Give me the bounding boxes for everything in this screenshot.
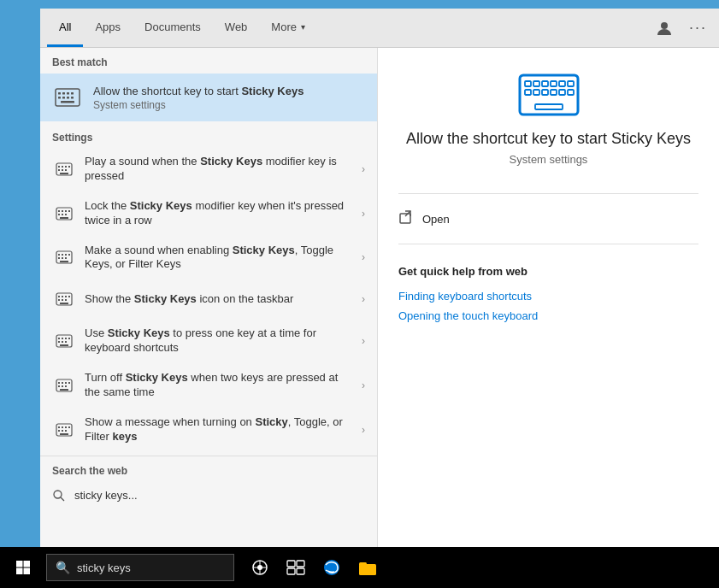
user-icon-button[interactable] [651, 17, 677, 39]
virtual-desktop-icon [286, 560, 305, 575]
task-view-button[interactable] [245, 547, 275, 588]
svg-rect-80 [551, 81, 557, 86]
svg-rect-69 [68, 426, 70, 428]
svg-rect-82 [568, 81, 574, 86]
tab-all[interactable]: All [47, 9, 83, 47]
right-panel-icon [398, 74, 698, 116]
settings-item-icon-6 [52, 418, 76, 442]
svg-rect-21 [58, 210, 60, 212]
svg-line-75 [61, 497, 64, 501]
svg-rect-72 [65, 430, 67, 432]
quick-help-label: Get quick help from web [398, 265, 698, 278]
quick-link-0[interactable]: Finding keyboard shortcuts [398, 286, 698, 306]
svg-rect-78 [533, 81, 539, 86]
taskbar-search-text: sticky keys [77, 562, 131, 574]
svg-rect-90 [400, 214, 410, 223]
svg-rect-95 [24, 568, 31, 575]
keyboard-settings-icon-4 [56, 334, 73, 348]
settings-item-text-6: Show a message when turning on Sticky, T… [85, 415, 353, 444]
taskbar-search-icon: 🔍 [56, 561, 70, 574]
svg-rect-9 [71, 97, 74, 99]
svg-rect-43 [58, 299, 60, 301]
chevron-right-icon-0: › [362, 163, 365, 175]
svg-rect-33 [68, 254, 70, 256]
best-match-item[interactable]: Allow the shortcut key to start Sticky K… [40, 74, 377, 121]
settings-item-0[interactable]: Play a sound when the Sticky Keys modifi… [40, 147, 377, 191]
file-explorer-button[interactable] [352, 547, 383, 588]
svg-rect-34 [58, 257, 60, 259]
keyboard-settings-icon [56, 162, 73, 176]
chevron-right-icon-2: › [362, 251, 365, 263]
right-panel: Allow the shortcut key to start Sticky K… [378, 48, 719, 579]
open-window-icon [398, 209, 414, 228]
ellipsis-icon: ··· [689, 19, 707, 37]
svg-rect-45 [65, 299, 67, 301]
svg-rect-42 [68, 296, 70, 297]
open-button[interactable]: Open [398, 201, 698, 237]
svg-rect-44 [62, 299, 63, 301]
web-search-item[interactable]: sticky keys... [40, 482, 377, 509]
svg-rect-77 [525, 81, 531, 86]
svg-rect-19 [60, 173, 68, 174]
chevron-right-icon-5: › [362, 379, 365, 391]
taskbar-search-box[interactable]: 🔍 sticky keys [46, 554, 234, 581]
svg-rect-41 [65, 296, 67, 297]
quick-link-1[interactable]: Opening the touch keyboard [398, 306, 698, 326]
svg-rect-54 [65, 341, 67, 343]
svg-rect-12 [58, 166, 60, 168]
keyboard-settings-icon-3 [56, 292, 73, 306]
svg-rect-66 [58, 426, 60, 428]
svg-rect-35 [62, 257, 63, 259]
settings-item-icon-1 [52, 202, 76, 226]
tab-documents[interactable]: Documents [133, 9, 213, 47]
svg-rect-15 [68, 166, 70, 168]
svg-rect-16 [58, 169, 60, 171]
divider-2 [398, 244, 698, 244]
svg-rect-67 [62, 426, 63, 428]
task-view-icon [250, 560, 269, 575]
settings-item-text-3: Show the Sticky Keys icon on the taskbar [85, 292, 353, 307]
svg-rect-63 [65, 385, 67, 387]
tab-web[interactable]: Web [213, 9, 260, 47]
keyboard-small-icon [55, 88, 80, 107]
settings-item-icon-3 [52, 287, 76, 311]
best-match-text: Allow the shortcut key to start Sticky K… [93, 85, 304, 111]
svg-rect-62 [62, 385, 63, 387]
settings-item-1[interactable]: Lock the Sticky Keys modifier key when i… [40, 191, 377, 236]
svg-rect-46 [60, 303, 68, 304]
settings-item-5[interactable]: Turn off Sticky Keys when two keys are p… [40, 363, 377, 408]
settings-item-4[interactable]: Use Sticky Keys to press one key at a ti… [40, 319, 377, 363]
edge-browser-button[interactable] [316, 547, 347, 588]
svg-rect-55 [60, 344, 68, 346]
svg-rect-4 [67, 92, 69, 95]
svg-rect-106 [359, 562, 367, 566]
chevron-right-icon-6: › [362, 424, 365, 436]
settings-item-2[interactable]: Make a sound when enabling Sticky Keys, … [40, 236, 377, 280]
svg-rect-37 [60, 261, 68, 262]
taskbar-virtual-desktop-button[interactable] [280, 547, 311, 588]
svg-rect-32 [65, 254, 67, 256]
svg-rect-6 [58, 97, 61, 99]
open-label: Open [422, 213, 450, 226]
svg-rect-61 [58, 385, 60, 387]
svg-rect-40 [62, 296, 63, 297]
svg-rect-87 [559, 90, 565, 95]
svg-rect-64 [60, 389, 68, 391]
tab-more[interactable]: More ▾ [259, 9, 317, 47]
start-button[interactable] [3, 547, 43, 588]
svg-rect-85 [542, 90, 548, 95]
more-options-button[interactable]: ··· [684, 15, 712, 40]
svg-rect-73 [60, 433, 68, 435]
svg-rect-71 [62, 430, 63, 432]
svg-rect-28 [60, 217, 68, 219]
chevron-right-icon-3: › [362, 293, 365, 305]
settings-item-3[interactable]: Show the Sticky Keys icon on the taskbar… [40, 279, 377, 319]
svg-rect-88 [568, 90, 574, 95]
divider-1 [398, 193, 698, 194]
settings-item-6[interactable]: Show a message when turning on Sticky, T… [40, 408, 377, 452]
tab-apps[interactable]: Apps [83, 9, 133, 47]
settings-section-label: Settings [40, 125, 377, 147]
svg-rect-57 [58, 382, 60, 384]
svg-rect-83 [525, 90, 531, 95]
svg-rect-103 [297, 568, 304, 574]
